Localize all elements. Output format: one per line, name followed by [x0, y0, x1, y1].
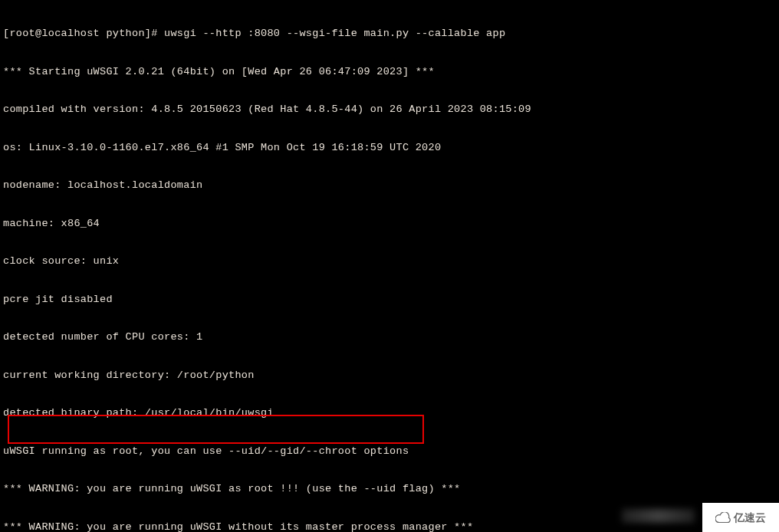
watermark-smudge [622, 509, 695, 523]
watermark-text: 亿速云 [734, 511, 766, 524]
terminal-line: os: Linux-3.10.0-1160.el7.x86_64 #1 SMP … [3, 142, 776, 155]
terminal-line: detected number of CPU cores: 1 [3, 331, 776, 344]
terminal-line: nodename: localhost.localdomain [3, 179, 776, 192]
terminal-line: machine: x86_64 [3, 218, 776, 231]
terminal-line: pcre jit disabled [3, 294, 776, 307]
terminal-line: current working directory: /root/python [3, 369, 776, 383]
terminal-line: uWSGI running as root, you can use --uid… [3, 445, 776, 458]
cloud-icon [715, 512, 731, 523]
terminal-output: [root@localhost python]# uwsgi --http :8… [0, 0, 779, 532]
watermark-logo: 亿速云 [702, 503, 779, 532]
terminal-line: compiled with version: 4.8.5 20150623 (R… [3, 103, 776, 117]
terminal-line: *** WARNING: you are running uWSGI as ro… [3, 483, 776, 496]
terminal-line: clock source: unix [3, 255, 776, 268]
terminal-line: *** Starting uWSGI 2.0.21 (64bit) on [We… [3, 66, 776, 79]
terminal-line: detected binary path: /usr/local/bin/uws… [3, 407, 776, 420]
terminal-line: [root@localhost python]# uwsgi --http :8… [3, 28, 776, 41]
